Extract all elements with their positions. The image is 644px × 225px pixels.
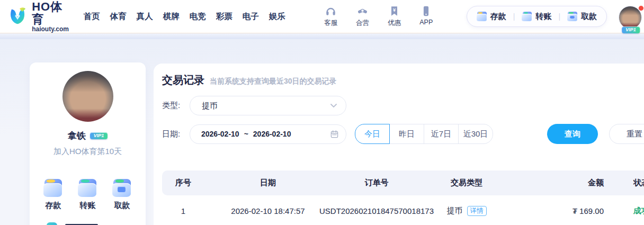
type-selected-value: 提币	[202, 101, 218, 110]
withdraw-label: 取款	[581, 12, 597, 22]
sidebar-transfer-button[interactable]: 转账	[77, 179, 99, 211]
deposit-icon	[43, 179, 64, 197]
date-filter-row: 日期: 2026-02-10 ~ 2026-02-10 今日 昨日 近7日 近3…	[162, 124, 644, 144]
logo-text: HO体育 haiouty.com	[32, 1, 71, 33]
quick-links: 客服 合营 ¥ 优惠	[320, 5, 437, 28]
sidebar-deposit-button[interactable]: 存款	[43, 179, 64, 211]
quick-link-app[interactable]: APP	[416, 5, 437, 28]
main-nav: 首页 体育 真人 棋牌 电竞 彩票 电子 娱乐	[84, 11, 285, 22]
search-button[interactable]: 查询	[547, 124, 598, 144]
header-bottom-fade	[0, 33, 644, 39]
logo-title: HO体育	[32, 1, 71, 26]
range-30days-button[interactable]: 近30日	[458, 124, 493, 144]
transfer-icon	[78, 179, 98, 197]
logo[interactable]: HO体育 haiouty.com	[7, 1, 71, 33]
table-row: 1 2026-02-10 18:47:57 USDT20260210184757…	[162, 195, 644, 225]
col-header-amount: 金额	[512, 178, 607, 188]
detail-link[interactable]: 详情	[467, 206, 487, 216]
chevron-down-icon	[330, 104, 337, 108]
sidebar-withdraw-button[interactable]: 取款	[112, 179, 133, 211]
top-navbar: HO体育 haiouty.com 首页 体育 真人 棋牌 电竞 彩票 电子 娱乐…	[0, 0, 644, 33]
transaction-type: 提币	[447, 206, 463, 216]
wallet-actions-bar: 存款 | 转账 | 取款	[467, 6, 607, 27]
sidebar-menu-item-partial[interactable]	[47, 222, 98, 225]
transactions-table: 序号 日期 订单号 交易类型 金额 状态 1 2026-02-10 18:47:…	[162, 170, 644, 225]
title-row: 交易记录 当前系统支持查询最近30日的交易记录	[162, 73, 644, 87]
quick-link-label: 合营	[356, 19, 369, 28]
page-subtitle: 当前系统支持查询最近30日的交易记录	[210, 77, 337, 86]
logo-domain: haiouty.com	[32, 26, 71, 33]
quick-link-label: APP	[419, 19, 433, 26]
sidebar-user-name: 拿铁	[68, 130, 86, 142]
sidebar-actions: 存款 转账 取款	[30, 179, 146, 211]
nav-item-lottery[interactable]: 彩票	[216, 11, 232, 22]
date-range-input[interactable]: 2026-02-10 ~ 2026-02-10	[190, 124, 346, 144]
sidebar-avatar	[62, 71, 113, 122]
cell-type: 提币 详情	[422, 206, 512, 216]
col-header-order-no: 订单号	[332, 178, 422, 188]
nav-item-slots[interactable]: 电子	[243, 11, 259, 22]
nav-item-chess[interactable]: 棋牌	[163, 11, 180, 22]
quick-range-group: 今日 昨日 近7日 近30日	[355, 124, 493, 144]
range-yesterday-button[interactable]: 昨日	[389, 124, 424, 144]
transfer-label: 转账	[80, 201, 96, 211]
cell-index: 1	[162, 206, 204, 215]
range-today-button[interactable]: 今日	[355, 124, 390, 144]
col-header-index: 序号	[162, 178, 204, 188]
profile-icon	[47, 222, 57, 225]
quick-link-partner[interactable]: 合营	[352, 5, 373, 28]
type-label: 类型:	[162, 101, 186, 111]
user-info: VIP1 拿铁 ¥3.15 永久网	[619, 2, 644, 32]
col-header-type: 交易类型	[422, 178, 512, 188]
page: HO体育 haiouty.com 首页 体育 真人 棋牌 电竞 彩票 电子 娱乐…	[0, 0, 644, 225]
vip-badge: VIP1	[622, 26, 640, 33]
notification-dot	[638, 5, 644, 11]
transfer-label: 转账	[535, 12, 551, 22]
nav-item-live-casino[interactable]: 真人	[137, 11, 153, 22]
profile-sidebar: 拿铁 VIP1 加入HO体育第10天 存款 转账 取款	[30, 62, 146, 225]
type-select[interactable]: 提币	[190, 96, 346, 115]
header-transfer-button[interactable]: 转账	[522, 12, 551, 22]
header-withdraw-button[interactable]: 取款	[567, 12, 597, 22]
quick-link-label: 客服	[324, 19, 337, 28]
type-filter-row: 类型: 提币	[162, 96, 644, 115]
cell-date: 2026-02-10 18:47:57	[204, 206, 332, 215]
quick-link-service[interactable]: 客服	[320, 5, 342, 28]
handshake-icon	[356, 5, 369, 17]
col-header-status: 状态	[607, 178, 644, 188]
cell-status: 成功	[607, 206, 644, 216]
sidebar-join-text: 加入HO体育第10天	[30, 147, 146, 157]
nav-item-esports[interactable]: 电竞	[190, 11, 206, 22]
nav-item-entertainment[interactable]: 娱乐	[269, 11, 285, 22]
nav-item-sports[interactable]: 体育	[110, 11, 127, 22]
col-header-date: 日期	[204, 178, 332, 188]
header-deposit-button[interactable]: 存款	[477, 12, 506, 22]
page-title: 交易记录	[162, 73, 204, 87]
date-label: 日期:	[162, 129, 186, 139]
date-separator: ~	[244, 130, 248, 138]
amount-value: 169.00	[579, 206, 604, 215]
withdraw-icon	[567, 12, 578, 21]
transfer-icon	[522, 12, 532, 21]
reset-button[interactable]: 重置	[609, 124, 644, 144]
coupon-icon: ¥	[388, 5, 400, 17]
logo-icon	[7, 5, 28, 28]
user-avatar[interactable]: VIP1	[619, 6, 643, 30]
date-start: 2026-02-10	[201, 130, 239, 138]
deposit-icon	[477, 12, 487, 21]
withdraw-label: 取款	[114, 201, 130, 211]
quick-link-promo[interactable]: ¥ 优惠	[384, 5, 405, 28]
range-7days-button[interactable]: 近7日	[424, 124, 459, 144]
table-header-row: 序号 日期 订单号 交易类型 金额 状态	[162, 170, 644, 195]
vip-badge: VIP1	[90, 132, 108, 139]
transaction-records-panel: 交易记录 当前系统支持查询最近30日的交易记录 类型: 提币 日期: 2026-…	[154, 64, 644, 225]
deposit-label: 存款	[490, 12, 506, 22]
nav-item-home[interactable]: 首页	[84, 11, 100, 22]
deposit-label: 存款	[46, 201, 61, 211]
phone-icon	[420, 5, 432, 17]
withdraw-icon	[112, 179, 132, 197]
quick-link-label: 优惠	[388, 19, 401, 28]
calendar-icon	[330, 130, 338, 138]
date-end: 2026-02-10	[253, 130, 291, 138]
cell-order-no: USDT202602101847570018173	[332, 206, 422, 215]
